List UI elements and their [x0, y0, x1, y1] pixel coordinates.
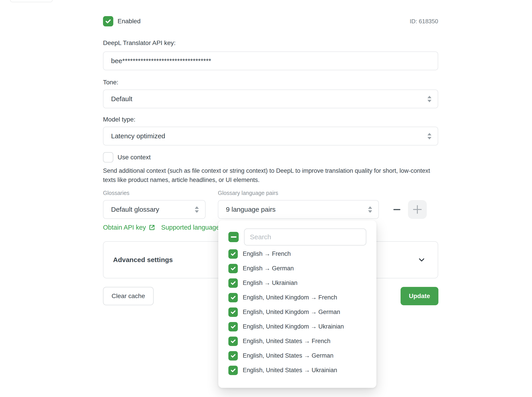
- language-pair-label: English, United States → Ukrainian: [243, 367, 337, 374]
- language-pair-option[interactable]: English → German: [228, 261, 366, 276]
- use-context-label: Use context: [118, 154, 151, 161]
- checkbox-checked-icon: [228, 278, 238, 288]
- language-pair-label: English, United Kingdom → German: [243, 309, 340, 316]
- language-pair-label: English → German: [243, 265, 294, 272]
- language-pair-label: English, United Kingdom → French: [243, 294, 337, 301]
- language-pair-dropdown: English → French English → German Englis…: [218, 220, 376, 388]
- glossary-pairs-label: Glossary language pairs: [218, 190, 278, 196]
- enabled-label: Enabled: [118, 18, 141, 25]
- language-pair-option[interactable]: English → Ukrainian: [228, 276, 366, 290]
- sort-arrows-icon: [195, 206, 199, 213]
- links-row: Obtain API key Supported languages: [103, 224, 223, 231]
- check-icon: [105, 18, 112, 25]
- minus-icon: [393, 209, 400, 210]
- language-pair-label: English, United Kingdom → Ukrainian: [243, 323, 344, 330]
- checkbox-checked-icon: [228, 249, 238, 259]
- language-pair-option[interactable]: English, United Kingdom → German: [228, 305, 366, 319]
- language-pair-label: English, United States → German: [243, 352, 333, 359]
- glossary-pairs-select-value: 9 language pairs: [226, 206, 276, 213]
- language-pair-list: English → French English → German Englis…: [228, 247, 366, 378]
- language-pair-option[interactable]: English → French: [228, 247, 366, 261]
- search-input[interactable]: [244, 229, 366, 246]
- enabled-row: Enabled ID: 618350: [103, 16, 438, 26]
- glossaries-select[interactable]: Default glossary: [103, 200, 206, 219]
- language-pair-option[interactable]: English, United Kingdom → Ukrainian: [228, 319, 366, 334]
- language-pair-option[interactable]: English, United States → Ukrainian: [228, 363, 366, 378]
- language-pair-label: English → Ukrainian: [243, 279, 298, 286]
- language-pair-label: English, United States → French: [243, 338, 331, 345]
- chevron-down-icon: [418, 256, 426, 264]
- model-type-select-value: Latency optimized: [111, 132, 165, 140]
- model-type-label: Model type:: [103, 116, 135, 123]
- integration-id-text: ID: 618350: [410, 18, 438, 25]
- model-type-select[interactable]: Latency optimized: [103, 127, 438, 145]
- sort-arrows-icon: [368, 206, 372, 213]
- sort-arrows-icon: [427, 133, 432, 139]
- checkbox-checked-icon: [228, 264, 238, 273]
- use-context-checkbox[interactable]: [103, 152, 113, 162]
- language-pair-label: English → French: [243, 250, 291, 257]
- glossary-pairs-select[interactable]: 9 language pairs: [218, 200, 379, 219]
- use-context-description: Send additional context (such as file co…: [103, 166, 433, 185]
- enabled-checkbox[interactable]: [103, 16, 113, 26]
- checkbox-checked-icon: [228, 308, 238, 317]
- api-key-input[interactable]: [103, 51, 438, 70]
- sort-arrows-icon: [427, 96, 432, 102]
- language-pair-option[interactable]: English, United Kingdom → French: [228, 290, 366, 305]
- supported-languages-link[interactable]: Supported languages: [161, 224, 223, 231]
- clear-cache-button[interactable]: Clear cache: [103, 287, 154, 305]
- glossaries-select-value: Default glossary: [111, 206, 159, 213]
- language-pair-option[interactable]: English, United States → French: [228, 334, 366, 348]
- checkbox-checked-icon: [228, 366, 238, 375]
- obtain-api-key-link[interactable]: Obtain API key: [103, 224, 146, 231]
- checkbox-checked-icon: [228, 293, 238, 302]
- advanced-settings-title: Advanced settings: [113, 256, 173, 264]
- tone-select-value: Default: [111, 95, 132, 103]
- checkbox-checked-icon: [228, 351, 238, 360]
- plus-icon: [413, 205, 422, 214]
- update-button[interactable]: Update: [401, 287, 438, 305]
- add-glossary-button[interactable]: [408, 200, 427, 219]
- checkbox-checked-icon: [228, 337, 238, 346]
- glossaries-label: Glossaries: [103, 190, 129, 196]
- dropdown-search-row: [228, 229, 366, 246]
- remove-glossary-button[interactable]: [390, 200, 404, 219]
- api-key-label: DeepL Translator API key:: [103, 39, 175, 47]
- deepl-settings-page: Enabled ID: 618350 DeepL Translator API …: [0, 0, 532, 397]
- external-link-icon: [149, 224, 155, 231]
- partial-element-top-left: [10, 0, 53, 2]
- language-pair-option[interactable]: English, United States → German: [228, 348, 366, 363]
- select-all-checkbox[interactable]: [228, 232, 239, 242]
- indeterminate-icon: [231, 236, 237, 238]
- use-context-row: Use context: [103, 152, 151, 162]
- tone-label: Tone:: [103, 79, 119, 86]
- tone-select[interactable]: Default: [103, 89, 438, 108]
- checkbox-checked-icon: [228, 322, 238, 331]
